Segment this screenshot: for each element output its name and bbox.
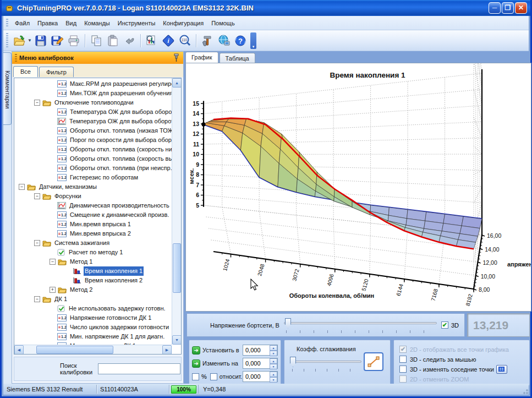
smoothing-apply-button[interactable] xyxy=(364,352,383,371)
tree-item[interactable]: =1.2Мин. напряжение ДК 1 для диагн. xyxy=(14,332,172,341)
menu-item-3[interactable]: Команды xyxy=(80,18,114,28)
spin-down-icon[interactable]: ▼ xyxy=(270,351,277,356)
grid-button[interactable] xyxy=(496,365,507,374)
option-checkbox[interactable] xyxy=(399,356,407,363)
tools-icon[interactable] xyxy=(200,33,215,48)
internet-icon[interactable] xyxy=(216,33,232,48)
collapse-icon[interactable]: − xyxy=(19,184,25,190)
tree-item[interactable]: =1.2Температура ОЖ для выбора оборотов xyxy=(14,107,172,117)
slider-track[interactable] xyxy=(284,322,437,324)
zoom-110-icon[interactable]: 110 xyxy=(177,33,193,48)
chart-area[interactable]: 5678910111213141510242048307240965120614… xyxy=(185,63,531,312)
tree-item[interactable]: =1.2Обороты откл. топлива (при неиспр.) xyxy=(14,163,172,173)
vertical-scrollbar[interactable]: ▲ ▼ xyxy=(172,78,181,345)
close-button[interactable]: ✕ xyxy=(515,2,527,14)
tree-item[interactable]: =1.2Обороты откл. топлива (низкая ТОЖ) xyxy=(14,126,172,135)
save-edit-icon[interactable] xyxy=(50,33,65,48)
tree-item[interactable]: +Метод 2 xyxy=(14,285,172,295)
tree-item[interactable]: =1.2Макс.RPM для разрешения регулирован xyxy=(14,79,172,89)
help-icon[interactable]: ? xyxy=(233,33,248,48)
tab-table[interactable]: Таблица xyxy=(220,53,255,63)
open-dropdown-icon[interactable]: ▼ xyxy=(28,38,32,43)
horizontal-scroll-thumb[interactable] xyxy=(36,346,113,354)
comments-tab[interactable]: Комментарии xyxy=(3,52,12,125)
menu-item-4[interactable]: Инструменты xyxy=(114,18,160,28)
menu-item-5[interactable]: Конфигурация xyxy=(159,18,207,28)
search-input[interactable] xyxy=(98,363,180,374)
scroll-up-icon[interactable]: ▲ xyxy=(172,78,182,88)
tree-item[interactable]: =1.2Обороты откл. топлива (скорость выс. xyxy=(14,154,172,163)
vertical-scroll-thumb[interactable] xyxy=(173,243,181,293)
percent-checkbox[interactable] xyxy=(192,373,199,380)
tree-item[interactable]: −Метод 1 xyxy=(14,257,172,266)
slider-thumb[interactable] xyxy=(285,318,291,329)
tree-item-selected[interactable]: Время накопления 1 xyxy=(14,266,172,276)
expand-icon[interactable]: + xyxy=(50,287,56,293)
tab-graph[interactable]: График xyxy=(185,52,218,63)
spin-down-icon[interactable]: ▼ xyxy=(270,377,277,383)
tree-item[interactable]: Температура ОЖ для выбора оборотов xyxy=(14,117,172,126)
print-icon[interactable] xyxy=(66,33,81,48)
scroll-right-icon[interactable]: ▶ xyxy=(162,345,172,355)
info-icon[interactable]: i xyxy=(161,33,176,48)
open-file-icon[interactable] xyxy=(12,33,27,48)
3d-checkbox[interactable]: ✔ xyxy=(441,321,448,329)
voltage-slider[interactable] xyxy=(284,317,437,334)
scroll-left-icon[interactable]: ◀ xyxy=(14,345,24,355)
menu-item-6[interactable]: Помощь xyxy=(207,18,239,28)
relative-spinner[interactable]: 0,000 ▲▼ xyxy=(243,371,278,382)
tree-item[interactable]: =1.2Обороты откл. топлива (скорость низ. xyxy=(14,145,172,154)
tree-item[interactable]: −Система зажигания xyxy=(14,238,172,248)
copy-icon[interactable] xyxy=(89,33,104,48)
tree-item[interactable]: −Форсунки xyxy=(14,192,172,201)
slider-thumb[interactable] xyxy=(290,357,296,367)
pin-icon[interactable] xyxy=(172,53,181,62)
collapse-icon[interactable]: − xyxy=(34,240,40,246)
collapse-icon[interactable]: − xyxy=(50,259,56,265)
maximize-button[interactable]: ❐ xyxy=(502,2,514,14)
spin-up-icon[interactable]: ▲ xyxy=(270,358,277,364)
tree-item[interactable]: Время накопления 2 xyxy=(14,276,172,285)
menu-item-0[interactable]: Файл xyxy=(11,18,34,28)
save-icon[interactable] xyxy=(33,33,48,48)
spin-up-icon[interactable]: ▲ xyxy=(270,345,277,351)
toolbar-overflow-icon[interactable]: ▾ xyxy=(250,32,256,49)
horizontal-scrollbar[interactable]: ◀ ▶ xyxy=(14,345,172,354)
tree-item[interactable]: −Отключение топливоподачи xyxy=(14,98,172,107)
smoothing-slider[interactable] xyxy=(290,356,361,371)
slider-track[interactable] xyxy=(290,361,361,363)
tree-item[interactable]: −ДК 1 xyxy=(14,295,172,304)
tree-item[interactable]: Расчет по методу 1 xyxy=(14,248,172,257)
surface-chart[interactable]: 5678910111213141510242048307240965120614… xyxy=(186,63,531,311)
tree-item[interactable]: =1.2Смещение к динамической произв. xyxy=(14,210,172,220)
collapse-icon[interactable]: − xyxy=(34,100,40,106)
set-value-button[interactable]: ➜ xyxy=(192,346,200,355)
option-checkbox[interactable] xyxy=(399,366,407,373)
relative-checkbox[interactable] xyxy=(210,373,217,380)
collapse-icon[interactable]: − xyxy=(34,296,40,302)
menu-item-2[interactable]: Вид xyxy=(62,18,80,28)
tree-item[interactable]: =1.2Мин.время впрыска 1 xyxy=(14,220,172,229)
paste-icon[interactable] xyxy=(105,33,120,48)
spin-up-icon[interactable]: ▲ xyxy=(270,372,277,377)
tab-all[interactable]: Все xyxy=(13,66,38,77)
undo-icon[interactable] xyxy=(122,33,137,48)
minimize-button[interactable]: ─ xyxy=(489,2,501,14)
tree-item[interactable]: Не использовать задержку готовн. xyxy=(14,304,172,313)
tab-filter[interactable]: Фильтр xyxy=(39,67,74,77)
set-value-spinner[interactable]: 0,000 ▲▼ xyxy=(243,345,278,356)
tree-item[interactable]: =1.2Гистерезис по оборотам xyxy=(14,173,172,182)
resize-grip[interactable] xyxy=(521,387,528,394)
tree-item[interactable]: =1.2Мин.время впрыска 2 xyxy=(14,229,172,238)
tree-item[interactable]: Динамическая производительность xyxy=(14,201,172,210)
tree-item[interactable]: =1.2Число циклов задержки готовности xyxy=(14,323,172,332)
spin-down-icon[interactable]: ▼ xyxy=(270,364,277,369)
change-value-spinner[interactable]: 0,000 ▲▼ xyxy=(243,358,278,369)
menu-item-1[interactable]: Правка xyxy=(34,18,62,28)
change-value-button[interactable]: ➜ xyxy=(192,359,200,368)
tree-item[interactable]: −Датчики, механизмы xyxy=(14,182,172,192)
chart-analysis-icon[interactable] xyxy=(144,33,160,48)
tree-item[interactable]: =1.2Мин.ТОЖ для разрешения обучения xyxy=(14,89,172,98)
tree-item[interactable]: =1.2Напряжение готовности ДК 1 xyxy=(14,313,172,323)
collapse-icon[interactable]: − xyxy=(34,193,40,199)
